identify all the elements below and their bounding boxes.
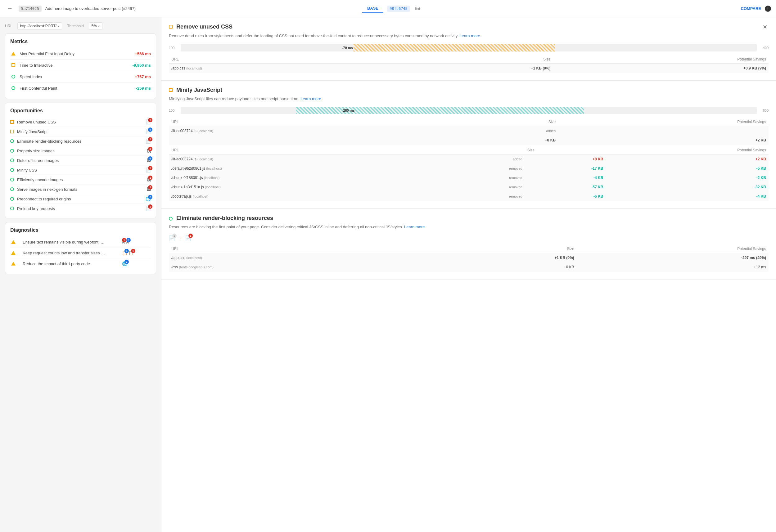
diag-icon-wrap-req2: 📋 1: [129, 250, 134, 255]
table-row: /app.css (localhost) +1 KB (9%) +0.9 KB …: [169, 63, 769, 73]
timeline-left-js: 100: [169, 108, 178, 112]
metric-row-fpid[interactable]: Max Potential First Input Delay +566 ms: [10, 48, 151, 59]
timeline-container-js: 100 -280 ms 600: [169, 107, 769, 114]
td-savings-4: -4 KB: [606, 192, 769, 201]
opp-label-preconnect: Preconnect to required origins: [17, 197, 146, 201]
td-size-css-render: +0 KB: [437, 262, 576, 272]
diag-row-third-party[interactable]: Reduce the impact of third-party code 🌐 …: [10, 258, 151, 269]
opp-label-size-images: Properly size images: [17, 149, 147, 153]
opp-row-preconnect[interactable]: Preconnect to required origins 🌐 2: [10, 194, 151, 204]
opp-icon-preconnect: [10, 197, 14, 201]
diag-icon-webfont: [10, 239, 16, 245]
diag-icon-wrap-tp: 🌐 2: [122, 261, 127, 266]
th-size-render: Size: [437, 245, 576, 253]
opp-badge-num-encode: 1: [148, 176, 152, 180]
threshold-value: 5%: [91, 24, 97, 28]
metric-row-si[interactable]: Speed Index +767 ms: [10, 71, 151, 82]
opp-icon-minify-js: [10, 130, 14, 134]
opp-label-minify-js: Minify JavaScript: [17, 129, 146, 134]
opp-icon-encode-images: [10, 178, 14, 182]
opp-badge-num-minify-js: 4: [148, 127, 152, 132]
td-savings-1: -5 KB: [606, 164, 769, 173]
timeline-left-css: 100: [169, 46, 178, 50]
learn-more-link-render[interactable]: Learn more: [404, 225, 425, 229]
opp-row-preload[interactable]: Preload key requests 📄 1: [10, 204, 151, 213]
opp-row-defer-offscreen[interactable]: Defer offscreen images 🖼 6: [10, 156, 151, 165]
detail-title-minify-js: Minify JavaScript: [176, 87, 769, 93]
diag-badge-num2-webfont: 5: [126, 238, 131, 242]
commit-title: Add hero image to overloaded-server post…: [45, 6, 359, 11]
timeline-bar-css: -70 ms: [181, 44, 757, 51]
learn-more-link-js[interactable]: Learn more: [301, 96, 321, 101]
opp-badge-minify-js: 📄 4: [146, 129, 151, 134]
detail-minify-js: Minify JavaScript Minifying JavaScript f…: [161, 81, 776, 209]
opp-row-minify-js[interactable]: Minify JavaScript 📄 4: [10, 127, 151, 137]
opp-row-minify-css[interactable]: Minify CSS 📄 1: [10, 165, 151, 175]
metric-value-si: +767 ms: [135, 74, 151, 79]
diag-badge-num1-req: 6: [125, 249, 129, 253]
metrics-title: Metrics: [10, 39, 151, 44]
opp-icon-next-gen: [10, 187, 14, 191]
detail-table-css: URL Size Potential Savings /app.css (loc…: [169, 55, 769, 73]
metrics-card: Metrics Max Potential First Input Delay …: [5, 33, 156, 99]
opp-badge-size-images: 🖼 3: [147, 148, 151, 153]
td-url-lit: /lit-ec003724.js (localhost): [169, 126, 461, 136]
detail-table-js: URL Size Potential Savings /lit-ec003724…: [169, 118, 769, 145]
render-icons-row: 📄 2 → 📄 1: [169, 235, 769, 241]
td-url-appcss-render: /app.css (localhost): [169, 253, 437, 262]
opp-icon-wrap-minify-js: 📄 4: [146, 129, 151, 134]
diag-badge-third-party: 🌐 2: [122, 261, 127, 266]
tab-base[interactable]: BASE: [362, 4, 383, 13]
opp-icon-preload: [10, 207, 14, 210]
opp-icon-wrap-encode: 🖼 1: [147, 177, 151, 182]
td-size-2: -4 KB: [525, 173, 606, 183]
opp-icon-wrap-next-gen: 🖼 3: [147, 187, 151, 192]
left-panel: URL http://localhost:PORT/ ▾ Threshold 5…: [0, 17, 161, 532]
th-url-css: URL: [169, 55, 396, 64]
td-status-lit: added: [546, 129, 556, 133]
diag-row-request-counts[interactable]: Keep request counts low and transfer siz…: [10, 248, 151, 258]
table-row: /chunk-1a3d151a.js (localhost) removed -…: [169, 183, 769, 192]
diag-row-webfont[interactable]: Ensure text remains visible during webfo…: [10, 237, 151, 248]
diag-icon-request-counts: [10, 250, 16, 256]
detail-title-remove-unused-css: Remove unused CSS: [176, 24, 761, 30]
compare-button[interactable]: COMPARE: [741, 6, 761, 11]
threshold-select[interactable]: 5% ▾: [89, 22, 103, 30]
close-button[interactable]: ✕: [761, 24, 769, 30]
metric-label-fcp: First Contentful Paint: [20, 86, 136, 90]
diag-badge-request-counts: 📋 6 📋 1: [122, 250, 134, 255]
td-savings-lit: +2 KB: [558, 136, 769, 145]
td-url-appcss: /app.css (localhost): [169, 63, 396, 73]
metric-value-fpid: +566 ms: [135, 51, 151, 56]
opp-badge-next-gen: 🖼 3: [147, 187, 151, 192]
opp-label-remove-unused-css: Remove unused CSS: [17, 120, 146, 124]
opp-row-size-images[interactable]: Properly size images 🖼 3: [10, 146, 151, 156]
info-icon[interactable]: i: [765, 6, 771, 12]
render-icon-from: 📄 2: [169, 235, 175, 241]
opp-row-render-blocking[interactable]: Eliminate render-blocking resources 📄 1: [10, 137, 151, 146]
back-button[interactable]: ←: [5, 4, 15, 14]
metric-row-tti[interactable]: Time to Interactive -9,950 ms: [10, 59, 151, 71]
timeline-bar-js: -280 ms: [181, 107, 757, 114]
detail-icon-remove-unused-css: [169, 25, 173, 29]
detail-desc-render-blocking: Resources are blocking the first paint o…: [169, 224, 769, 230]
opp-icon-wrap-render: 📄 1: [146, 139, 151, 144]
timeline-value-js: -280 ms: [342, 108, 355, 112]
metric-row-fcp[interactable]: First Contentful Paint -259 ms: [10, 82, 151, 94]
table-row: /css (fonts.googleapis.com) +0 KB +12 ms: [169, 262, 769, 272]
render-icon-to: 📄 1: [185, 235, 191, 241]
td-url-3: /chunk-1a3d151a.js (localhost): [169, 183, 437, 192]
table-row: /bootstrap.js (localhost) removed -6 KB …: [169, 192, 769, 201]
opp-row-encode-images[interactable]: Efficiently encode images 🖼 1: [10, 175, 151, 185]
td-savings-3: -32 KB: [606, 183, 769, 192]
metric-label-tti: Time to Interactive: [20, 63, 133, 68]
td-status-1: removed: [437, 164, 525, 173]
metric-label-fpid: Max Potential First Input Delay: [20, 51, 135, 56]
url-select[interactable]: http://localhost:PORT/ ▾: [17, 22, 62, 30]
opp-row-next-gen[interactable]: Serve images in next-gen formats 🖼 3: [10, 185, 151, 194]
diag-badge-num1-webfont: 1: [122, 238, 126, 242]
opp-icon-wrap-preload: 📄 1: [146, 206, 151, 211]
learn-more-link-css[interactable]: Learn more: [459, 33, 480, 38]
opp-icon-wrap-size: 🖼 3: [147, 148, 151, 153]
opp-row-remove-unused-css[interactable]: Remove unused CSS 📄 1: [10, 117, 151, 127]
